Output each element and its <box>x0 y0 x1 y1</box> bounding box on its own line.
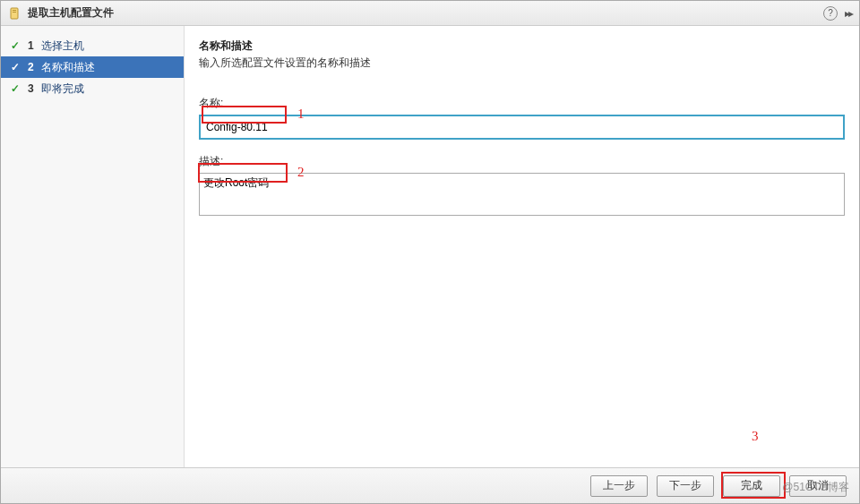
annotation-number-1: 1 <box>297 107 305 122</box>
svg-rect-2 <box>13 12 16 13</box>
step-number: 1 <box>28 39 34 52</box>
back-button[interactable]: 上一步 <box>590 475 648 497</box>
step-label: 名称和描述 <box>41 60 95 75</box>
next-button[interactable]: 下一步 <box>657 475 714 497</box>
step-number: 3 <box>28 82 34 95</box>
help-icon[interactable]: ? <box>823 6 838 21</box>
check-icon: ✓ <box>10 82 21 95</box>
step-select-host[interactable]: ✓ 1 选择主机 <box>1 35 184 56</box>
dialog-footer: 上一步 下一步 完成 取消 <box>1 467 859 503</box>
wizard-main: 名称和描述 输入所选配置文件设置的名称和描述 名称: 描述: 1 2 <box>185 26 859 467</box>
step-label: 即将完成 <box>41 81 84 97</box>
name-label: 名称: <box>199 96 845 111</box>
section-title: 名称和描述 <box>199 38 845 54</box>
profile-icon <box>8 6 22 21</box>
expand-icon[interactable]: ▸▸ <box>845 7 852 20</box>
check-icon: ✓ <box>10 61 21 73</box>
step-ready-complete[interactable]: ✓ 3 即将完成 <box>1 78 184 99</box>
step-name-desc[interactable]: ✓ 2 名称和描述 <box>1 56 184 78</box>
svg-rect-0 <box>11 8 18 19</box>
dialog-title: 提取主机配置文件 <box>28 5 114 21</box>
step-number: 2 <box>28 61 34 73</box>
step-label: 选择主机 <box>41 38 84 54</box>
wizard-sidebar: ✓ 1 选择主机 ✓ 2 名称和描述 ✓ 3 即将完成 <box>1 26 185 467</box>
annotation-number-2: 2 <box>297 165 305 180</box>
finish-button[interactable]: 完成 <box>723 475 780 497</box>
titlebar: 提取主机配置文件 ? ▸▸ <box>1 1 859 26</box>
svg-rect-1 <box>13 10 16 11</box>
dialog-body: ✓ 1 选择主机 ✓ 2 名称和描述 ✓ 3 即将完成 名称和描述 输入所选配置… <box>1 26 859 467</box>
cancel-button[interactable]: 取消 <box>789 475 847 497</box>
name-input-container <box>199 115 845 140</box>
description-textarea[interactable] <box>199 173 845 216</box>
annotation-number-3: 3 <box>752 429 759 444</box>
section-description: 输入所选配置文件设置的名称和描述 <box>199 56 845 71</box>
check-icon: ✓ <box>10 39 21 52</box>
desc-label: 描述: <box>199 154 845 169</box>
wizard-dialog: 提取主机配置文件 ? ▸▸ ✓ 1 选择主机 ✓ 2 名称和描述 ✓ 3 即将完… <box>0 0 860 504</box>
